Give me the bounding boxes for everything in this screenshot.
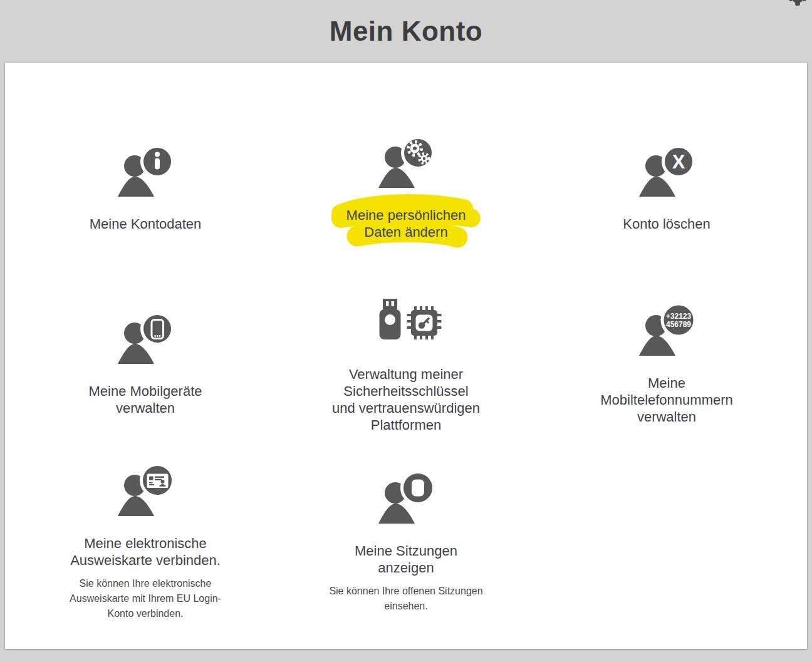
tile-mobiltelefonnummern[interactable]: +32123 456789 Meine Mobiltelefonnummern … bbox=[536, 271, 797, 458]
person-info-icon bbox=[114, 145, 177, 200]
person-session-icon bbox=[375, 472, 437, 527]
tile-label[interactable]: Meine Kontodaten bbox=[90, 215, 202, 232]
security-key-chip-icon bbox=[368, 296, 444, 351]
tile-label[interactable]: Meine Mobilgeräte verwalten bbox=[89, 383, 202, 416]
tile-mobilgeraete-verwalten[interactable]: Meine Mobilgeräte verwalten bbox=[15, 271, 276, 458]
tile-description: Sie können Ihre elektronische Ausweiskar… bbox=[70, 576, 221, 621]
tile-label[interactable]: Meine elektronische Ausweiskarte verbind… bbox=[70, 535, 221, 569]
tile-description: Sie können Ihre offenen Sitzungen einseh… bbox=[329, 584, 482, 614]
svg-text:X: X bbox=[672, 151, 685, 173]
gear-icon bbox=[786, 0, 809, 8]
person-phone-number-icon: +32123 456789 bbox=[635, 304, 698, 359]
svg-text:+32123: +32123 bbox=[666, 312, 692, 321]
person-gears-icon bbox=[375, 137, 437, 192]
account-panel: Meine Kontodaten bbox=[5, 63, 807, 649]
tile-ausweiskarte-verbinden[interactable]: Meine elektronische Ausweiskarte verbind… bbox=[15, 458, 276, 628]
tile-label[interactable]: Konto löschen bbox=[623, 215, 710, 232]
page-header: Mein Konto bbox=[0, 0, 812, 63]
tile-konto-loeschen[interactable]: X Konto löschen bbox=[536, 106, 797, 271]
tile-sitzungen-anzeigen[interactable]: Meine Sitzungen anzeigen Sie können Ihre… bbox=[276, 458, 536, 628]
tile-label[interactable]: Meine persönlichen Daten ändern bbox=[346, 207, 466, 240]
tile-sicherheitsschluessel[interactable]: Verwaltung meiner Sicherheitsschlüssel u… bbox=[276, 271, 536, 458]
tile-persoenliche-daten-aendern[interactable]: Meine persönlichen Daten ändern bbox=[276, 106, 536, 271]
person-mobile-device-icon bbox=[114, 313, 177, 368]
tile-label[interactable]: Verwaltung meiner Sicherheitsschlüssel u… bbox=[332, 366, 480, 433]
person-id-card-icon bbox=[114, 465, 177, 520]
tile-label[interactable]: Meine Sitzungen anzeigen bbox=[355, 542, 457, 576]
page-title: Mein Konto bbox=[330, 16, 483, 47]
svg-text:456789: 456789 bbox=[666, 320, 691, 329]
tile-meine-kontodaten[interactable]: Meine Kontodaten bbox=[15, 106, 276, 271]
highlighted-label-wrap: Meine persönlichen Daten ändern bbox=[346, 207, 466, 240]
account-options-grid: Meine Kontodaten bbox=[5, 106, 807, 628]
tile-label[interactable]: Meine Mobiltelefonnummern verwalten bbox=[600, 375, 733, 425]
person-x-icon: X bbox=[635, 145, 698, 200]
